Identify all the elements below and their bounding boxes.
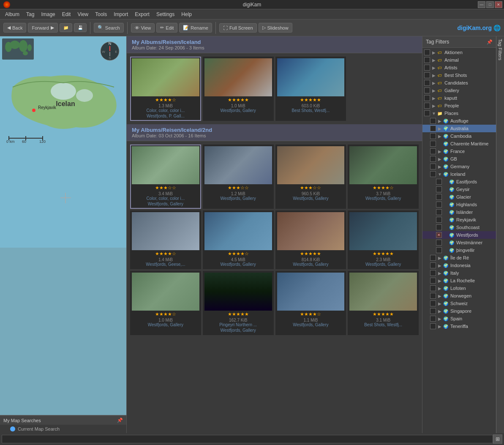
tag-animal[interactable]: ▶ 🏷 Animal — [422, 56, 496, 64]
tag-highlands[interactable]: 🌍 Highlands — [422, 201, 496, 208]
tag-expand-larochelle[interactable]: ▶ — [438, 278, 442, 283]
tag-filters-side-tab[interactable]: Tag Filters — [496, 36, 504, 433]
tag-check-iceland[interactable] — [430, 171, 436, 177]
tag-check-islander[interactable] — [436, 209, 442, 215]
tag-expand-italy[interactable]: ▶ — [438, 271, 442, 276]
tag-expand-australia[interactable]: ▶ — [438, 126, 442, 131]
tag-check-france[interactable] — [430, 148, 436, 154]
tag-check-people[interactable] — [424, 103, 430, 109]
photo-2-6[interactable]: ★★★★☆ 4.5 MiB Westfjords, Gallery — [203, 210, 274, 269]
tag-expand-teneriffa[interactable]: ▶ — [438, 324, 442, 329]
photo-2-5[interactable]: ★★★★☆ 1.4 MiB Westfjords, Geese,... — [130, 210, 201, 269]
tag-lofoten[interactable]: ▶ 🌍 Lofoten — [422, 284, 496, 292]
tag-check-ilede[interactable] — [430, 255, 436, 261]
tag-larochelle[interactable]: ▶ 🌍 La Rochelle — [422, 277, 496, 284]
tag-check-ausfluge[interactable] — [430, 118, 436, 124]
tag-expand-gallery[interactable]: ▶ — [432, 88, 436, 93]
photo-2-7[interactable]: ★★★★★ 814.8 KiB Westfjords, Gallery — [275, 210, 346, 269]
menu-album[interactable]: Album — [2, 11, 23, 18]
tag-check-geysir[interactable] — [436, 186, 442, 192]
menu-import[interactable]: Import — [110, 11, 131, 18]
tag-check-larochelle[interactable] — [430, 278, 436, 284]
edit-button[interactable]: ✏ Edit — [156, 23, 177, 33]
photo-2-9[interactable]: ★★★★☆ 1.0 MiB Westfjords, Gallery — [130, 271, 201, 335]
tag-expand-indonesia[interactable]: ▶ — [438, 263, 442, 268]
menu-settings[interactable]: Settings — [153, 11, 178, 18]
tag-expand-bestshots[interactable]: ▶ — [432, 73, 436, 78]
map-search-button[interactable]: ⊞ — [493, 434, 502, 444]
tag-expand-aktionen[interactable]: ▶ — [432, 50, 436, 55]
tag-check-charente[interactable] — [430, 141, 436, 147]
tag-check-cambodia[interactable] — [430, 133, 436, 139]
tag-expand-schweiz[interactable]: ▶ — [438, 301, 442, 306]
tag-expand-cambodia[interactable]: ▶ — [438, 134, 442, 139]
tag-expand-places[interactable]: ▼ — [432, 111, 436, 116]
menu-view[interactable]: View — [74, 11, 92, 18]
tag-expand-candidates[interactable]: ▶ — [432, 81, 436, 85]
map-area[interactable]: N S W E Icelan Reykjavik 0 km 60 120 — [0, 36, 126, 415]
tag-check-highlands[interactable] — [436, 202, 442, 207]
tag-check-candidates[interactable] — [424, 80, 430, 86]
tag-italy[interactable]: ▶ 🌍 Italy — [422, 269, 496, 277]
tag-glacier[interactable]: 🌍 Glacier — [422, 193, 496, 201]
menu-edit[interactable]: Edit — [59, 11, 74, 18]
tag-france[interactable]: ▶ 🌍 France — [422, 147, 496, 155]
tag-norwegen[interactable]: ▶ 🌍 Norwegen — [422, 292, 496, 300]
tag-geysir[interactable]: 🌍 Geysir — [422, 186, 496, 193]
tag-westfjords[interactable]: ✕ 🌍 Westfjords — [422, 231, 496, 239]
tag-expand-animal[interactable]: ▶ — [432, 58, 436, 63]
view-button[interactable]: 👁 View — [131, 23, 155, 33]
menu-image[interactable]: Image — [38, 11, 58, 18]
tag-check-gb[interactable] — [430, 156, 436, 162]
tag-check-germany[interactable] — [430, 164, 436, 169]
tag-check-pingvellir[interactable] — [436, 247, 442, 253]
tag-check-schweiz[interactable] — [430, 300, 436, 306]
tag-check-spain[interactable] — [430, 316, 436, 322]
tag-gb[interactable]: ▶ 🌍 GB — [422, 155, 496, 163]
tag-check-places[interactable] — [424, 110, 430, 116]
tag-expand-lofoten[interactable]: ▶ — [438, 286, 442, 291]
tag-check-italy[interactable] — [430, 270, 436, 276]
tag-check-eastfjords[interactable] — [436, 179, 442, 185]
tag-expand-spain[interactable]: ▶ — [438, 317, 442, 321]
tag-bestshots[interactable]: ▶ 🏷 Best Shots — [422, 71, 496, 79]
tag-check-bestshots[interactable] — [424, 72, 430, 78]
menu-export[interactable]: Export — [131, 11, 153, 18]
photo-2-4[interactable]: ★★★★☆ 3.7 MiB Westfjords, Gallery — [348, 145, 419, 209]
photo-2-12[interactable]: ★★★★★ 3.1 MiB Best Shots, Westfj... — [348, 271, 419, 335]
tag-eastfjords[interactable]: 🌍 Eastfjords — [422, 178, 496, 186]
tag-pingvellir[interactable]: 🌍 þingvellir — [422, 246, 496, 254]
tag-islander[interactable]: 🌍 Isländer — [422, 208, 496, 216]
menu-help[interactable]: Help — [178, 11, 195, 18]
tag-check-westmanner[interactable] — [436, 240, 442, 246]
tag-iceland[interactable]: ▼ 🌍 Iceland — [422, 170, 496, 178]
tag-check-kaputt[interactable] — [424, 95, 430, 101]
tag-artists[interactable]: ▶ 🏷 Artists — [422, 64, 496, 71]
tag-check-reykjavik[interactable] — [436, 217, 442, 223]
tag-expand-germany[interactable]: ▶ — [438, 164, 442, 169]
tag-kaputt[interactable]: ▶ 🏷 kaputt — [422, 94, 496, 102]
map-search-input[interactable] — [2, 435, 493, 443]
tag-expand-iceland[interactable]: ▼ — [438, 172, 442, 177]
tag-candidates[interactable]: ▶ 🏷 Candidates — [422, 79, 496, 87]
tag-check-aktionen[interactable] — [424, 49, 430, 55]
current-map-search-item[interactable]: Current Map Search — [0, 425, 126, 433]
photo-2-11[interactable]: ★★★★☆ 1.1 MiB Westfjords, Gallery — [275, 271, 346, 335]
tag-expand-people[interactable]: ▶ — [432, 104, 436, 108]
tag-ilede re[interactable]: ▶ 🌍 Île de Ré — [422, 254, 496, 262]
forward-button[interactable]: Forward ▶ — [28, 23, 57, 33]
photo-2-2[interactable]: ★★★☆☆ 1.2 MiB Westfjords, Gallery — [203, 145, 274, 209]
tag-southcoast[interactable]: 🌍 Southcoast — [422, 224, 496, 231]
photo-2-8[interactable]: ★★★★★ 2.3 MiB Westfjords, Gallery — [348, 210, 419, 269]
tag-check-glacier[interactable] — [436, 194, 442, 200]
tag-teneriffa[interactable]: ▶ 🌍 Teneriffa — [422, 322, 496, 330]
minimize-button[interactable]: — — [478, 1, 485, 8]
tag-expand-artists[interactable]: ▶ — [432, 66, 436, 70]
tag-reykjavik[interactable]: 🌍 Reykjavik — [422, 216, 496, 224]
nav-button-3[interactable]: 📁 — [60, 23, 72, 32]
tag-australia[interactable]: ▶ 🌍 Australia — [422, 125, 496, 132]
tag-check-teneriffa[interactable] — [430, 323, 436, 329]
menu-tag[interactable]: Tag — [23, 11, 38, 18]
slideshow-button[interactable]: ▷ Slideshow — [259, 23, 292, 33]
photo-1-2[interactable]: ★★★★★ 1.0 MiB Westfjords, Gallery — [203, 57, 274, 121]
